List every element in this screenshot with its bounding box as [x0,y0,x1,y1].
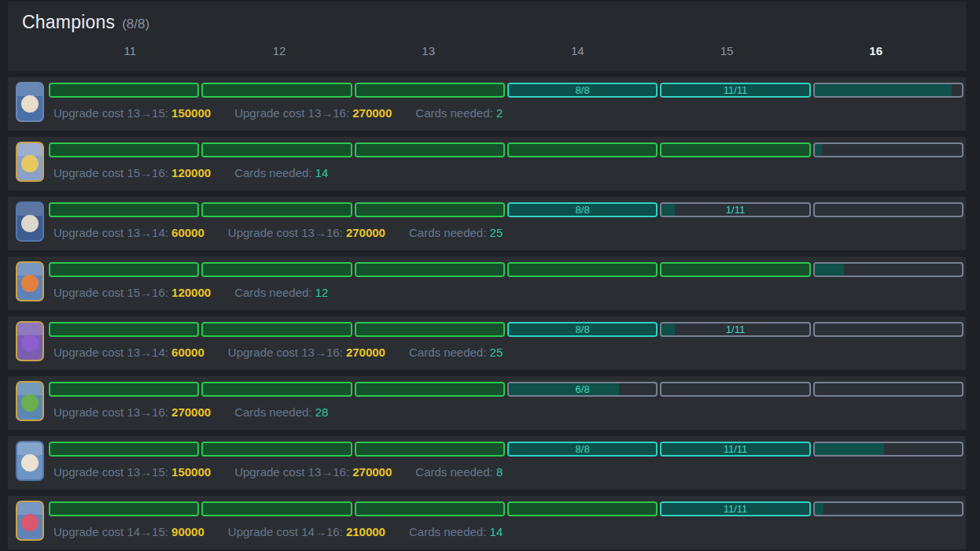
bar-fill [815,264,844,276]
stat-cost: Upgrade cost 13→16: 270000 [234,106,392,120]
stat-cards: Cards needed: 28 [234,405,328,419]
mighty-miner-icon[interactable] [16,261,44,301]
icon-portrait [21,155,39,172]
level-bar-complete [355,262,505,277]
bar-fill [356,383,503,395]
stat-value: 270000 [352,106,392,120]
column-header-15: 15 [654,44,801,57]
level-bar-complete [660,142,810,157]
level-bar-complete [201,382,352,397]
level-bar-complete [49,501,199,516]
bar-fill [356,144,503,156]
level-bar-complete [355,83,505,98]
bar-fill [203,84,350,96]
level-bars: 11/11 [49,496,963,516]
stat-value: 270000 [352,465,392,479]
stat-label: Upgrade cost 13→14: [53,346,171,359]
champion-row: 6/8 Upgrade cost 13→16: 270000Cards need… [8,376,966,430]
level-bars: 8/81/11 [49,316,963,337]
stat-label: Upgrade cost 13→15: [53,465,171,479]
icon-portrait [21,215,39,232]
stat-value: 60000 [171,226,204,239]
stat-label: Cards needed: [409,226,490,239]
level-bar-complete [507,142,658,157]
stat-cards: Cards needed: 2 [415,106,503,120]
stat-value: 210000 [346,525,385,538]
champion-row: 8/811/11 Upgrade cost 13→15: 150000Upgra… [8,436,966,490]
level-bar-progress [813,442,963,457]
level-bars [49,257,963,277]
stat-label: Cards needed: [234,286,315,299]
bar-count-label: 8/8 [509,324,656,335]
bar-fill [50,264,197,276]
stat-value: 25 [490,346,503,359]
archer-queen-icon[interactable] [16,321,44,361]
icon-portrait [21,454,39,471]
icon-sheen [17,203,42,216]
level-bar-max: 11/11 [660,442,810,457]
champion-row: 8/81/11 Upgrade cost 13→14: 60000Upgrade… [8,197,966,250]
level-bar-complete [49,83,199,98]
bar-fill [509,264,656,276]
level-bar-max: 8/8 [507,83,658,98]
level-bar-complete [201,442,352,457]
skeleton-king-icon[interactable] [16,202,44,242]
bar-fill [356,324,503,335]
bar-count-label: 8/8 [509,84,656,96]
stat-cost: Upgrade cost 13→16: 270000 [53,405,211,419]
goblinstein-icon[interactable] [16,381,44,421]
stat-value: 120000 [171,286,211,299]
row-stats: Upgrade cost 15→16: 120000Cards needed: … [53,286,966,299]
bar-fill [203,324,350,335]
level-bar-progress: 1/11 [660,202,810,217]
stat-value: 120000 [171,166,211,179]
bar-fill [50,443,197,455]
bar-fill [509,144,656,156]
stat-cards: Cards needed: 14 [234,166,328,179]
stat-value: 60000 [171,346,204,359]
level-bar-max: 8/8 [507,442,658,457]
column-header-11: 11 [57,44,204,57]
stat-label: Upgrade cost 13→16: [53,405,171,419]
bar-fill [50,324,197,335]
stat-value: 150000 [171,106,211,120]
stat-label: Cards needed: [415,106,496,120]
column-header-16: 16 [802,44,949,57]
bar-fill [203,383,350,395]
stat-cost: Upgrade cost 15→16: 120000 [53,286,211,299]
stat-cards: Cards needed: 8 [415,465,503,479]
stat-label: Upgrade cost 13→16: [234,106,352,120]
icon-sheen [17,323,42,335]
column-header-13: 13 [355,44,502,57]
level-bar-complete [355,322,505,337]
monk-icon[interactable] [16,441,44,481]
row-stats: Upgrade cost 13→16: 270000Cards needed: … [53,405,966,419]
bar-fill [356,443,503,455]
row-stats: Upgrade cost 13→14: 60000Upgrade cost 13… [53,226,966,239]
level-bar-complete [201,322,352,337]
golden-knight-icon[interactable] [16,142,44,182]
stat-cards: Cards needed: 25 [409,226,503,239]
stat-label: Upgrade cost 13→16: [234,465,352,479]
bar-fill [203,144,350,156]
stat-label: Upgrade cost 13→16: [228,226,346,239]
section-header: Champions (8/8) 111213141516 [8,2,966,71]
icon-portrait [21,275,39,292]
level-bar-complete [660,262,810,277]
stat-cost: Upgrade cost 13→16: 270000 [228,346,385,359]
bar-fill [50,204,197,216]
bar-fill [815,84,952,96]
little-prince-icon[interactable] [16,82,44,122]
level-bar-max: 8/8 [507,202,658,217]
bar-fill [815,443,884,455]
stat-cards: Cards needed: 14 [409,525,503,538]
bar-fill [203,443,350,455]
row-stats: Upgrade cost 13→15: 150000Upgrade cost 1… [53,106,966,120]
boss-bandit-icon[interactable] [16,501,44,541]
section-count: (8/8) [122,17,149,32]
bar-count-label: 1/11 [661,204,809,216]
bar-fill [356,264,503,276]
level-bars: 8/81/11 [49,197,963,217]
stat-label: Upgrade cost 14→16: [228,525,346,538]
level-bar-progress [813,83,963,98]
